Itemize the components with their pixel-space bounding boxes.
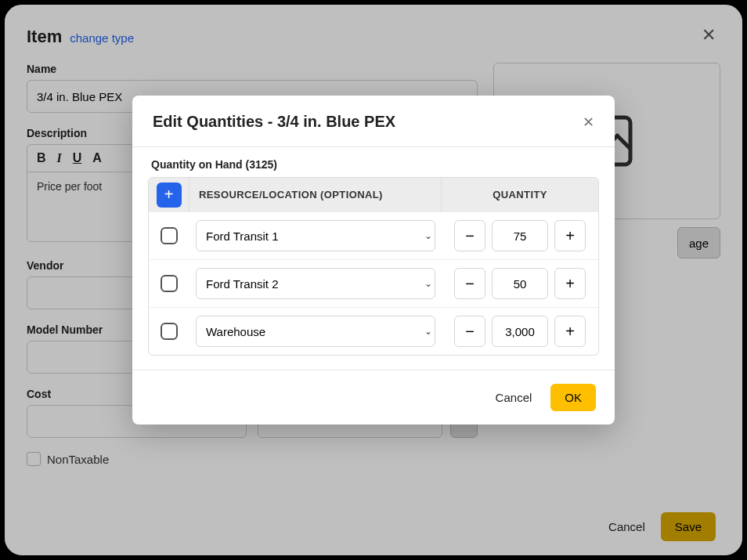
quantity-input[interactable]	[492, 220, 548, 251]
location-select[interactable]	[196, 220, 435, 251]
close-icon[interactable]: ✕	[583, 114, 594, 131]
add-row-button[interactable]: +	[157, 182, 182, 208]
decrement-button[interactable]: −	[454, 220, 485, 251]
quantity-input[interactable]	[492, 316, 548, 347]
row-checkbox[interactable]	[161, 275, 178, 292]
increment-button[interactable]: +	[554, 316, 586, 347]
decrement-button[interactable]: −	[454, 268, 485, 299]
divider	[132, 146, 615, 147]
quantity-table: + RESOURCE/LOCATION (OPTIONAL) QUANTITY …	[148, 177, 599, 356]
row-checkbox[interactable]	[161, 323, 178, 340]
edit-quantities-modal: Edit Quantities - 3/4 in. Blue PEX ✕ Qua…	[132, 96, 615, 425]
modal-ok-button[interactable]: OK	[550, 384, 596, 411]
row-checkbox[interactable]	[161, 227, 178, 244]
column-header-quantity: QUANTITY	[442, 178, 598, 211]
quantity-input[interactable]	[492, 268, 548, 299]
quantity-on-hand-label: Quantity on Hand (3125)	[151, 158, 599, 171]
column-header-location: RESOURCE/LOCATION (OPTIONAL)	[189, 178, 442, 211]
decrement-button[interactable]: −	[454, 316, 485, 347]
modal-footer: Cancel OK	[132, 370, 615, 425]
modal-cancel-button[interactable]: Cancel	[491, 383, 537, 412]
table-row: ⌄ − +	[149, 259, 598, 307]
increment-button[interactable]: +	[554, 268, 586, 299]
location-select[interactable]	[196, 316, 435, 347]
table-row: ⌄ − +	[149, 211, 598, 259]
table-header: + RESOURCE/LOCATION (OPTIONAL) QUANTITY	[149, 178, 598, 211]
location-select[interactable]	[196, 268, 435, 299]
modal-title: Edit Quantities - 3/4 in. Blue PEX	[153, 113, 395, 131]
table-row: ⌄ − +	[149, 307, 598, 355]
increment-button[interactable]: +	[554, 220, 586, 251]
